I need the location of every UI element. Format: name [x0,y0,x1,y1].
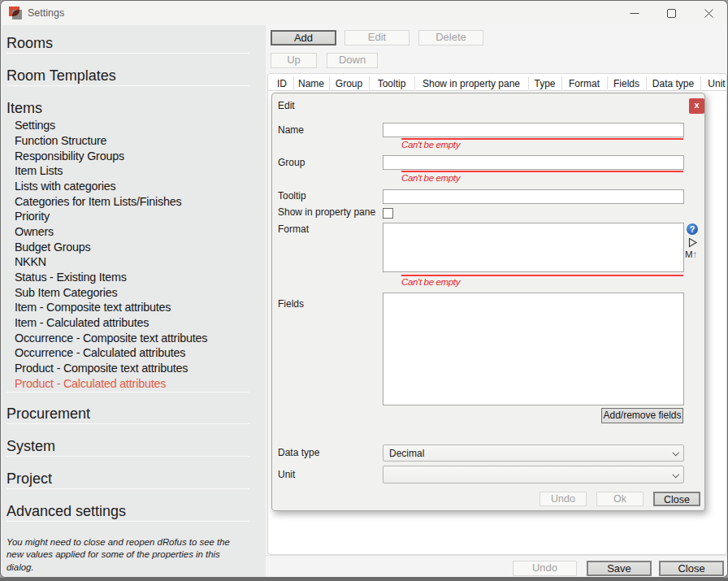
svg-text:?: ? [690,224,696,234]
